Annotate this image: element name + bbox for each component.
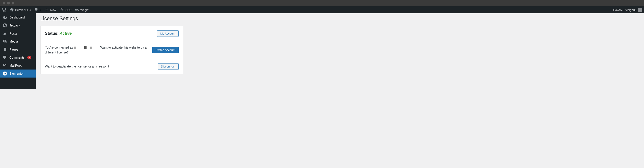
plus-icon xyxy=(45,8,49,12)
adminbar-site-name[interactable]: Bernier LLC xyxy=(10,8,31,12)
license-panel: Status: Active My Account You're connect… xyxy=(40,26,183,74)
adminbar-comments-count: 3 xyxy=(40,8,41,11)
adminbar-new-label: New xyxy=(50,8,56,11)
sidebar-item-label: Media xyxy=(10,40,18,43)
adminbar-weglot-label: Weglot xyxy=(80,8,89,11)
redacted-char xyxy=(84,46,86,49)
status-value: Active xyxy=(60,31,72,36)
sidebar-item-label: Posts xyxy=(10,32,17,35)
elementor-icon xyxy=(3,71,7,76)
svg-rect-8 xyxy=(5,73,6,74)
my-account-button[interactable]: My Account xyxy=(157,30,179,37)
disconnect-button[interactable]: Disconnect xyxy=(158,63,179,70)
sidebar-item-pages[interactable]: Pages xyxy=(0,45,36,54)
connected-text: You're connected as . Want to activate t… xyxy=(45,45,152,55)
traffic-light-close[interactable] xyxy=(3,2,5,4)
redacted-char xyxy=(90,47,92,49)
sidebar-item-label: Elementor xyxy=(10,72,24,75)
sidebar-item-label: Pages xyxy=(10,48,18,51)
connected-prefix: You're connected as xyxy=(45,46,73,49)
adminbar-howdy[interactable]: Howdy, Ryleigh85 xyxy=(613,8,636,11)
comments-badge: 3 xyxy=(27,56,31,59)
wordpress-logo-icon xyxy=(2,7,6,12)
adminbar-new[interactable]: New xyxy=(45,8,56,12)
connected-row: You're connected as . Want to activate t… xyxy=(40,41,183,59)
media-icon xyxy=(3,39,7,44)
traffic-light-minimize[interactable] xyxy=(7,2,10,4)
sidebar-item-label: MailPoet xyxy=(10,64,22,67)
dashboard-icon xyxy=(3,15,7,20)
traffic-light-zoom[interactable] xyxy=(12,2,14,4)
sidebar-item-posts[interactable]: Posts xyxy=(0,29,36,37)
sidebar-item-mailpoet[interactable]: MailPoet xyxy=(0,62,36,70)
sidebar-item-label: Dashboard xyxy=(10,16,25,19)
adminbar-seo[interactable]: SEO xyxy=(60,8,72,11)
sidebar-item-label: Comments xyxy=(10,56,24,59)
adminbar-comments[interactable]: 3 xyxy=(34,8,41,12)
pin-icon xyxy=(3,31,7,36)
deactivate-text: Want to deactivate the license for any r… xyxy=(45,64,158,69)
macos-titlebar xyxy=(0,0,644,6)
sidebar-item-elementor[interactable]: Elementor xyxy=(0,70,36,78)
switch-account-button[interactable]: Switch Account xyxy=(152,47,179,53)
adminbar-weglot[interactable]: WG Weglot xyxy=(75,8,89,11)
sidebar-item-jetpack[interactable]: Jetpack xyxy=(0,21,36,29)
sidebar-item-media[interactable]: Media xyxy=(0,37,36,45)
svg-point-3 xyxy=(62,9,63,10)
svg-rect-9 xyxy=(5,74,6,75)
comments-icon xyxy=(3,55,7,60)
status-label: Status: xyxy=(45,31,58,36)
avatar[interactable] xyxy=(638,8,642,12)
sidebar-item-dashboard[interactable]: Dashboard xyxy=(0,13,36,21)
adminbar-site-name-label: Bernier LLC xyxy=(15,8,31,11)
redacted-char xyxy=(74,47,76,49)
sidebar-item-comments[interactable]: Comments 3 xyxy=(0,54,36,62)
svg-rect-6 xyxy=(4,73,4,75)
mailpoet-icon xyxy=(3,63,7,68)
admin-sidebar: Dashboard Jetpack Posts Media Pages Comm… xyxy=(0,13,36,89)
wp-adminbar: Bernier LLC 3 New SEO WG Weglot Howdy, R… xyxy=(0,6,644,13)
deactivate-row: Want to deactivate the license for any r… xyxy=(40,59,183,74)
svg-point-4 xyxy=(3,23,7,27)
status-row: Status: Active My Account xyxy=(40,26,183,41)
home-icon xyxy=(10,8,14,12)
adminbar-wordpress-logo[interactable] xyxy=(2,7,6,12)
seo-icon xyxy=(60,8,64,11)
svg-point-2 xyxy=(61,8,62,9)
comment-icon xyxy=(34,8,38,12)
weglot-icon: WG xyxy=(75,8,79,11)
svg-rect-7 xyxy=(5,73,6,73)
sidebar-item-label: Jetpack xyxy=(10,24,20,27)
jetpack-icon xyxy=(3,23,7,28)
adminbar-seo-label: SEO xyxy=(66,8,72,11)
page-title: License Settings xyxy=(40,16,640,22)
pages-icon xyxy=(3,47,7,52)
content-area: License Settings Status: Active My Accou… xyxy=(36,13,644,89)
